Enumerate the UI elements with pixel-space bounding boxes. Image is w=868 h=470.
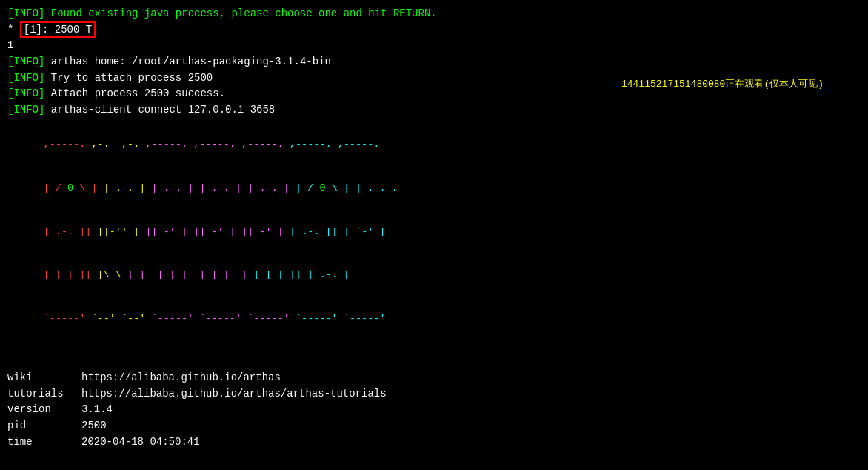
info-tag-connect: [INFO] <box>7 104 44 116</box>
process-entry-line: * [1]: 2500 T <box>7 22 861 39</box>
empty-line-before-prompt <box>7 454 861 470</box>
blank-line-1: 1 <box>7 38 861 54</box>
info-connect-line: [INFO] arthas-client connect 127.0.0.1 3… <box>7 102 861 119</box>
pid-key: pid <box>7 418 81 434</box>
banner-row-2: | / 0 \ | | .-. | | .-. | | .-. | | .-. … <box>7 167 861 211</box>
time-val: 2020-04-18 04:50:41 <box>81 434 200 451</box>
version-row: version 3.1.4 <box>7 402 861 418</box>
number-one: 1 <box>7 39 13 51</box>
pid-row: pid 2500 <box>7 418 861 434</box>
wiki-row: wiki https://alibaba.github.io/arthas <box>7 370 861 386</box>
info-tag-success: [INFO] <box>7 87 44 99</box>
wiki-url: https://alibaba.github.io/arthas <box>81 370 281 386</box>
process-entry-boxed: [1]: 2500 T <box>20 21 96 38</box>
info-attach-success-text: Attach process 2500 success. <box>44 87 225 99</box>
terminal-window: [INFO] Found existing java process, plea… <box>0 0 868 470</box>
info-connect-text: arthas-client connect 127.0.0.1 3658 <box>44 104 275 116</box>
banner-row-5: `-----' `--' `--' `-----' `-----' `-----… <box>7 297 861 341</box>
viewer-note: 144115217151480080正在观看(仅本人可见) <box>621 77 824 92</box>
banner-row-1: ,-----. ,-. ,-. ,-----. ,-----. ,-----. … <box>7 123 861 167</box>
banner-row-3: | .-. || ||-'' | || -' | || -' | || -' |… <box>7 210 861 254</box>
info-home-line: [INFO] arthas home: /root/arthas-packagi… <box>7 54 861 70</box>
version-val: 3.1.4 <box>81 402 113 418</box>
pid-val: 2500 <box>81 418 107 434</box>
info-section: wiki https://alibaba.github.io/arthas tu… <box>7 370 861 450</box>
info-attach-text: Try to attach process 2500 <box>44 72 213 84</box>
empty-line-after-banner <box>7 343 861 360</box>
tutorials-key: tutorials <box>7 386 81 403</box>
time-row: time 2020-04-18 04:50:41 <box>7 434 861 451</box>
info-tag-attach: [INFO] <box>7 72 44 84</box>
info-tag-home: [INFO] <box>7 56 44 67</box>
info-tag-1: [INFO] Found existing java process, plea… <box>7 7 437 19</box>
asterisk: * <box>7 24 20 36</box>
info-line-1: [INFO] Found existing java process, plea… <box>7 6 861 22</box>
info-home-text: arthas home: /root/arthas-packaging-3.1.… <box>44 56 330 67</box>
arthas-banner: ,-----. ,-. ,-. ,-----. ,-----. ,-----. … <box>7 123 861 340</box>
wiki-key: wiki <box>7 370 81 386</box>
time-key: time <box>7 434 81 451</box>
banner-row-4: | | | || |\ \ | | | | | | | | | | | | ||… <box>7 254 861 297</box>
tutorials-url: https://alibaba.github.io/arthas/arthas-… <box>81 386 387 403</box>
tutorials-row: tutorials https://alibaba.github.io/arth… <box>7 386 861 403</box>
version-key: version <box>7 402 81 418</box>
